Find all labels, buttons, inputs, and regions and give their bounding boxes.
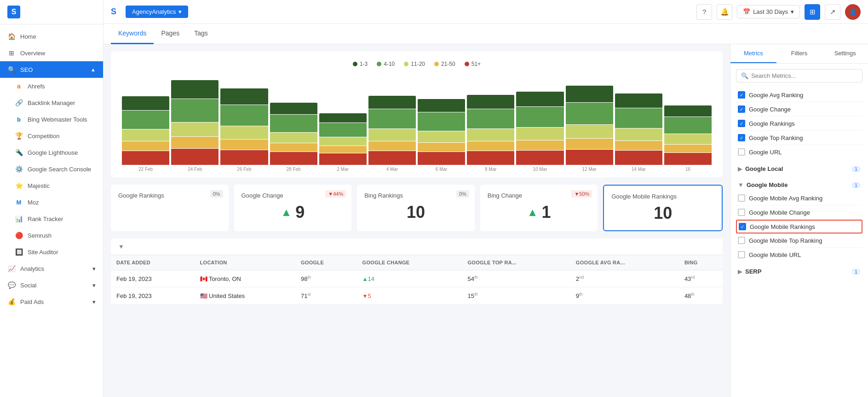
sidebar-item-ahrefs[interactable]: a Ahrefs [0, 78, 103, 94]
panel-tab-settings[interactable]: Settings [822, 44, 868, 63]
bing-icon: b [15, 115, 23, 123]
checkbox-google-mobile-change[interactable] [738, 209, 745, 216]
checkbox-google-rankings[interactable]: ✓ [738, 120, 745, 127]
sidebar-item-moz[interactable]: M Moz [0, 194, 103, 210]
bar-51-6 [418, 152, 465, 165]
bar-1-3-9 [566, 86, 613, 102]
col-bing: BING [679, 255, 723, 270]
metric-row-google-url[interactable]: Google URL [736, 145, 862, 159]
site-auditor-icon: 🔲 [15, 248, 23, 256]
checkbox-google-top-ranking[interactable]: ✓ [738, 134, 745, 141]
sidebar-item-bing-webmaster[interactable]: b Bing Webmaster Tools [0, 111, 103, 128]
panel-tab-filters[interactable]: Filters [776, 44, 822, 63]
metric-card-google-change: Google Change ▼44% ▲9 [234, 185, 352, 231]
sidebar-item-overview[interactable]: ⊞ Overview [0, 45, 103, 61]
group-google-mobile: ▼ Google Mobile 1 Google Mobile Avg Rank… [736, 177, 862, 262]
tab-tags-label: Tags [194, 29, 208, 37]
sidebar-item-seo[interactable]: 🔍 SEO ▲ [0, 61, 103, 78]
seo-icon: 🔍 [7, 65, 16, 74]
metric-card-google-mobile-rankings: Google Mobile Rankings 10 [603, 185, 723, 231]
legend-4-10: 4-10 [377, 61, 395, 67]
group-header-serp[interactable]: ▶ SERP 1 [736, 263, 862, 278]
sidebar-item-rank-tracker[interactable]: 📊 Rank Tracker [0, 210, 103, 227]
metric-row-google-top-ranking[interactable]: ✓ Google Top Ranking [736, 131, 862, 145]
legend-51plus: 51+ [465, 61, 481, 67]
sidebar-item-site-auditor[interactable]: 🔲 Site Auditor [0, 244, 103, 260]
checkmark-icon: ✓ [740, 135, 743, 140]
checkbox-google-avg-ranking[interactable]: ✓ [738, 91, 745, 99]
col-google-top-ranking: GOOGLE TOP RA... [462, 255, 570, 270]
bar-1-3-5 [368, 96, 416, 109]
metric-card-bing-rankings: Bing Rankings 0% 10 [357, 185, 475, 231]
sidebar-item-google-search-console[interactable]: ⚙️ Google Search Console [0, 161, 103, 177]
bar-11-20-2 [220, 126, 268, 139]
competition-icon: 🏆 [15, 132, 23, 140]
group-header-google-local[interactable]: ▶ Google Local 1 [736, 161, 862, 175]
sidebar-item-bing-label: Bing Webmaster Tools [28, 116, 96, 123]
checkbox-google-mobile-url[interactable] [738, 251, 745, 258]
checkbox-google-mobile-rankings[interactable]: ✓ [739, 223, 746, 230]
sidebar-item-moz-label: Moz [28, 199, 96, 206]
bar-4-10-5 [368, 109, 416, 128]
checkbox-google-change[interactable]: ✓ [738, 105, 745, 113]
user-avatar[interactable]: 👤 [845, 4, 861, 20]
checkbox-google-mobile-top-ranking[interactable] [738, 237, 745, 244]
flag-ca: 🇨🇦 [200, 275, 207, 282]
columns-button[interactable]: ⊞ [805, 4, 820, 20]
sidebar-item-rank-tracker-label: Rank Tracker [28, 216, 96, 222]
bar-11-20-11 [664, 134, 712, 144]
tab-keywords[interactable]: Keywords [111, 24, 154, 44]
bar-1-3-4 [319, 113, 367, 123]
legend-label-21-50: 21-50 [441, 61, 455, 67]
sidebar-group-social[interactable]: 💬 Social ▾ [0, 277, 103, 293]
sidebar-item-competition[interactable]: 🏆 Competition [0, 128, 103, 144]
bar-21-50-1 [171, 137, 218, 148]
metric-row-google-mobile-change[interactable]: Google Mobile Change [736, 205, 862, 220]
tab-pages[interactable]: Pages [154, 24, 187, 44]
bar-51-1 [171, 149, 218, 165]
share-button[interactable]: ↗ [825, 4, 840, 20]
sidebar-item-majestic[interactable]: ⭐ Majestic [0, 177, 103, 194]
panel-tab-metrics[interactable]: Metrics [730, 44, 776, 63]
tab-tags[interactable]: Tags [187, 24, 215, 44]
agency-analytics-button[interactable]: AgencyAnalytics ▾ [126, 6, 188, 18]
bar-11-20-1 [171, 123, 218, 136]
metric-row-google-mobile-avg-ranking[interactable]: Google Mobile Avg Ranking [736, 191, 862, 205]
metric-badge-google-rankings: 0% [210, 190, 223, 198]
sidebar-group-analytics[interactable]: 📈 Analytics ▾ [0, 260, 103, 277]
search-metrics-input[interactable] [751, 72, 857, 79]
metric-row-google-rankings[interactable]: ✓ Google Rankings [736, 117, 862, 131]
x-label-11: 16 [664, 167, 712, 172]
cell-location-0: 🇨🇦 Toronto, ON [195, 270, 295, 287]
notifications-button[interactable]: 🔔 [717, 4, 732, 20]
top-header: S AgencyAnalytics ▾ ? 🔔 📅 Last 30 Days ▾… [103, 0, 868, 24]
col-location: LOCATION [195, 255, 295, 270]
help-button[interactable]: ? [696, 4, 712, 20]
metric-row-google-mobile-top-ranking[interactable]: Google Mobile Top Ranking [736, 234, 862, 248]
search-console-icon: ⚙️ [15, 165, 23, 173]
checkbox-google-url[interactable] [738, 148, 745, 156]
help-icon: ? [702, 8, 706, 16]
columns-icon: ⊞ [810, 8, 816, 16]
checkbox-google-mobile-avg-ranking[interactable] [738, 194, 745, 202]
bar-group-11 [664, 100, 712, 165]
metric-row-google-mobile-url[interactable]: Google Mobile URL [736, 248, 862, 262]
metric-row-google-avg-ranking[interactable]: ✓ Google Avg Ranking [736, 88, 862, 102]
panel-tab-metrics-label: Metrics [744, 50, 763, 57]
metric-row-google-change[interactable]: ✓ Google Change [736, 102, 862, 117]
sidebar-item-backlink-manager[interactable]: 🔗 Backlink Manager [0, 94, 103, 111]
sidebar-item-semrush[interactable]: 🔴 Semrush [0, 227, 103, 244]
sidebar-item-site-auditor-label: Site Auditor [28, 249, 96, 256]
sidebar-group-paid-ads[interactable]: 💰 Paid Ads ▾ [0, 293, 103, 310]
paid-ads-label: Paid Ads [20, 298, 44, 305]
seo-collapse-icon: ▲ [91, 67, 96, 72]
metric-row-google-mobile-rankings[interactable]: ✓ Google Mobile Rankings [736, 220, 862, 234]
sidebar-item-google-lighthouse[interactable]: 🔦 Google Lighthouse [0, 144, 103, 161]
metric-label-google-mobile-avg-ranking: Google Mobile Avg Ranking [749, 195, 861, 202]
metric-value-bing-change: ▲1 [488, 203, 591, 222]
sidebar-nav: 🏠 Home ⊞ Overview 🔍 SEO ▲ a Ahrefs 🔗 Bac… [0, 24, 103, 397]
sidebar-item-home[interactable]: 🏠 Home [0, 28, 103, 45]
group-header-google-mobile[interactable]: ▼ Google Mobile 1 [736, 177, 862, 191]
calendar-icon: 📅 [743, 8, 750, 15]
date-range-button[interactable]: 📅 Last 30 Days ▾ [737, 5, 800, 18]
